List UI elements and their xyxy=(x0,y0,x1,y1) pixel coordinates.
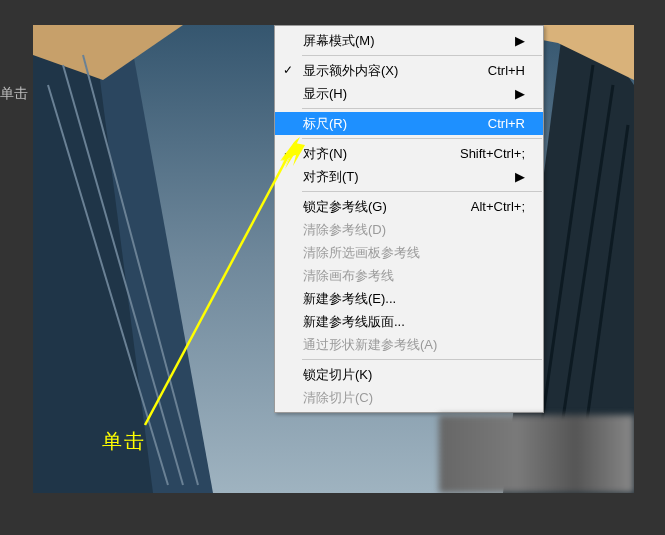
menu-label: 对齐到(T) xyxy=(303,168,505,186)
menu-label: 显示(H) xyxy=(303,85,505,103)
menu-item-new-guide-layout[interactable]: 新建参考线版面... xyxy=(275,310,543,333)
menu-separator xyxy=(302,359,542,360)
redacted-region xyxy=(439,415,634,493)
external-label: 单击 xyxy=(0,85,28,103)
menu-item-clear-guides: 清除参考线(D) xyxy=(275,218,543,241)
menu-shortcut: Ctrl+R xyxy=(488,116,525,131)
menu-item-snap-to[interactable]: 对齐到(T) ▶ xyxy=(275,165,543,188)
menu-item-screen-mode[interactable]: 屏幕模式(M) ▶ xyxy=(275,29,543,52)
annotation-text: 单击 xyxy=(102,428,146,455)
menu-label: 新建参考线版面... xyxy=(303,313,525,331)
menu-shortcut: Shift+Ctrl+; xyxy=(460,146,525,161)
menu-separator xyxy=(302,55,542,56)
menu-item-clear-slices: 清除切片(C) xyxy=(275,386,543,409)
submenu-arrow-icon: ▶ xyxy=(505,86,525,101)
check-icon: ✓ xyxy=(283,145,293,161)
menu-label: 屏幕模式(M) xyxy=(303,32,505,50)
menu-label: 清除参考线(D) xyxy=(303,221,525,239)
menu-label: 锁定参考线(G) xyxy=(303,198,459,216)
menu-label: 新建参考线(E)... xyxy=(303,290,525,308)
menu-separator xyxy=(302,191,542,192)
image-canvas: 屏幕模式(M) ▶ ✓ 显示额外内容(X) Ctrl+H 显示(H) ▶ 标尺(… xyxy=(33,25,634,493)
menu-label: 显示额外内容(X) xyxy=(303,62,476,80)
check-icon: ✓ xyxy=(283,62,293,78)
menu-item-lock-guides[interactable]: 锁定参考线(G) Alt+Ctrl+; xyxy=(275,195,543,218)
menu-label: 清除切片(C) xyxy=(303,389,525,407)
menu-item-show-extras[interactable]: ✓ 显示额外内容(X) Ctrl+H xyxy=(275,59,543,82)
menu-shortcut: Alt+Ctrl+; xyxy=(471,199,525,214)
menu-item-clear-artboard-guides: 清除所选画板参考线 xyxy=(275,241,543,264)
submenu-arrow-icon: ▶ xyxy=(505,169,525,184)
submenu-arrow-icon: ▶ xyxy=(505,33,525,48)
menu-item-new-guide[interactable]: 新建参考线(E)... xyxy=(275,287,543,310)
menu-item-show[interactable]: 显示(H) ▶ xyxy=(275,82,543,105)
menu-item-snap[interactable]: ✓ 对齐(N) Shift+Ctrl+; xyxy=(275,142,543,165)
menu-label: 清除画布参考线 xyxy=(303,267,525,285)
menu-item-rulers[interactable]: 标尺(R) Ctrl+R xyxy=(275,112,543,135)
menu-separator xyxy=(302,138,542,139)
menu-shortcut: Ctrl+H xyxy=(488,63,525,78)
menu-item-new-guide-from-shape: 通过形状新建参考线(A) xyxy=(275,333,543,356)
menu-label: 标尺(R) xyxy=(303,115,476,133)
menu-label: 锁定切片(K) xyxy=(303,366,525,384)
menu-label: 对齐(N) xyxy=(303,145,448,163)
menu-item-lock-slices[interactable]: 锁定切片(K) xyxy=(275,363,543,386)
menu-label: 通过形状新建参考线(A) xyxy=(303,336,525,354)
menu-label: 清除所选画板参考线 xyxy=(303,244,525,262)
view-context-menu: 屏幕模式(M) ▶ ✓ 显示额外内容(X) Ctrl+H 显示(H) ▶ 标尺(… xyxy=(274,25,544,413)
menu-item-clear-canvas-guides: 清除画布参考线 xyxy=(275,264,543,287)
menu-separator xyxy=(302,108,542,109)
